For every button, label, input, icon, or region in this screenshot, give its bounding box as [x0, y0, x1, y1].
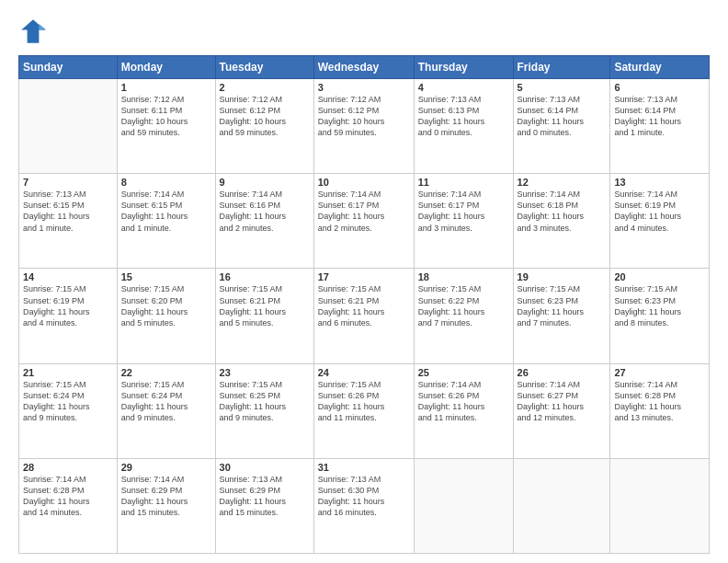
day-number: 23 — [220, 367, 310, 378]
day-cell: 6Sunrise: 7:13 AM Sunset: 6:14 PM Daylig… — [610, 79, 710, 174]
day-info: Sunrise: 7:14 AM Sunset: 6:16 PM Dayligh… — [220, 189, 310, 234]
day-number: 16 — [220, 271, 310, 282]
day-info: Sunrise: 7:15 AM Sunset: 6:25 PM Dayligh… — [220, 379, 310, 424]
day-cell: 2Sunrise: 7:12 AM Sunset: 6:12 PM Daylig… — [215, 79, 313, 174]
day-number: 6 — [614, 82, 705, 93]
page: SundayMondayTuesdayWednesdayThursdayFrid… — [0, 0, 728, 563]
day-info: Sunrise: 7:14 AM Sunset: 6:17 PM Dayligh… — [318, 189, 410, 234]
day-cell: 16Sunrise: 7:15 AM Sunset: 6:21 PM Dayli… — [215, 269, 313, 363]
day-info: Sunrise: 7:12 AM Sunset: 6:12 PM Dayligh… — [220, 94, 310, 139]
day-number: 20 — [614, 271, 705, 282]
day-number: 13 — [614, 177, 705, 188]
day-info: Sunrise: 7:13 AM Sunset: 6:14 PM Dayligh… — [518, 94, 607, 139]
day-info: Sunrise: 7:14 AM Sunset: 6:15 PM Dayligh… — [121, 189, 211, 234]
svg-marker-1 — [39, 24, 46, 29]
day-cell — [610, 458, 710, 553]
day-info: Sunrise: 7:14 AM Sunset: 6:28 PM Dayligh… — [23, 474, 113, 519]
logo-icon — [18, 17, 48, 46]
day-cell: 14Sunrise: 7:15 AM Sunset: 6:19 PM Dayli… — [19, 269, 118, 363]
day-info: Sunrise: 7:15 AM Sunset: 6:24 PM Dayligh… — [121, 379, 211, 424]
day-cell: 4Sunrise: 7:13 AM Sunset: 6:13 PM Daylig… — [414, 79, 513, 174]
day-cell: 8Sunrise: 7:14 AM Sunset: 6:15 PM Daylig… — [117, 174, 215, 269]
day-cell: 28Sunrise: 7:14 AM Sunset: 6:28 PM Dayli… — [19, 458, 118, 553]
day-number: 11 — [418, 177, 509, 188]
day-number: 19 — [518, 271, 607, 282]
svg-marker-0 — [21, 19, 45, 43]
header-monday: Monday — [117, 56, 215, 79]
day-info: Sunrise: 7:13 AM Sunset: 6:29 PM Dayligh… — [220, 474, 310, 519]
day-info: Sunrise: 7:15 AM Sunset: 6:23 PM Dayligh… — [614, 283, 705, 328]
calendar-header-row: SundayMondayTuesdayWednesdayThursdayFrid… — [19, 56, 710, 79]
week-row-1: 1Sunrise: 7:12 AM Sunset: 6:11 PM Daylig… — [19, 79, 710, 174]
day-cell: 31Sunrise: 7:13 AM Sunset: 6:30 PM Dayli… — [313, 458, 414, 553]
logo — [18, 17, 51, 46]
day-number: 10 — [318, 177, 410, 188]
header-sunday: Sunday — [19, 56, 118, 79]
day-number: 14 — [23, 271, 113, 282]
day-number: 29 — [121, 462, 211, 473]
day-number: 12 — [518, 177, 607, 188]
day-cell — [414, 458, 513, 553]
day-info: Sunrise: 7:14 AM Sunset: 6:27 PM Dayligh… — [518, 379, 607, 424]
day-cell: 13Sunrise: 7:14 AM Sunset: 6:19 PM Dayli… — [610, 174, 710, 269]
calendar: SundayMondayTuesdayWednesdayThursdayFrid… — [18, 55, 710, 554]
day-cell: 12Sunrise: 7:14 AM Sunset: 6:18 PM Dayli… — [513, 174, 610, 269]
day-number: 7 — [23, 177, 113, 188]
day-cell: 22Sunrise: 7:15 AM Sunset: 6:24 PM Dayli… — [117, 363, 215, 458]
day-number: 17 — [318, 271, 410, 282]
day-info: Sunrise: 7:14 AM Sunset: 6:19 PM Dayligh… — [614, 189, 705, 234]
day-cell: 18Sunrise: 7:15 AM Sunset: 6:22 PM Dayli… — [414, 269, 513, 363]
day-cell: 17Sunrise: 7:15 AM Sunset: 6:21 PM Dayli… — [313, 269, 414, 363]
day-cell: 19Sunrise: 7:15 AM Sunset: 6:23 PM Dayli… — [513, 269, 610, 363]
header — [18, 17, 710, 46]
header-wednesday: Wednesday — [313, 56, 414, 79]
header-friday: Friday — [513, 56, 610, 79]
day-info: Sunrise: 7:12 AM Sunset: 6:12 PM Dayligh… — [318, 94, 410, 139]
day-number: 28 — [23, 462, 113, 473]
day-number: 8 — [121, 177, 211, 188]
day-info: Sunrise: 7:14 AM Sunset: 6:17 PM Dayligh… — [418, 189, 509, 234]
day-info: Sunrise: 7:15 AM Sunset: 6:21 PM Dayligh… — [220, 283, 310, 328]
day-cell — [19, 79, 118, 174]
day-info: Sunrise: 7:13 AM Sunset: 6:13 PM Dayligh… — [418, 94, 509, 139]
header-saturday: Saturday — [610, 56, 710, 79]
day-cell: 30Sunrise: 7:13 AM Sunset: 6:29 PM Dayli… — [215, 458, 313, 553]
day-info: Sunrise: 7:15 AM Sunset: 6:26 PM Dayligh… — [318, 379, 410, 424]
day-number: 24 — [318, 367, 410, 378]
day-number: 21 — [23, 367, 113, 378]
week-row-2: 7Sunrise: 7:13 AM Sunset: 6:15 PM Daylig… — [19, 174, 710, 269]
day-info: Sunrise: 7:13 AM Sunset: 6:30 PM Dayligh… — [318, 474, 410, 519]
day-info: Sunrise: 7:12 AM Sunset: 6:11 PM Dayligh… — [121, 94, 211, 139]
day-cell: 26Sunrise: 7:14 AM Sunset: 6:27 PM Dayli… — [513, 363, 610, 458]
day-cell: 29Sunrise: 7:14 AM Sunset: 6:29 PM Dayli… — [117, 458, 215, 553]
week-row-3: 14Sunrise: 7:15 AM Sunset: 6:19 PM Dayli… — [19, 269, 710, 363]
day-number: 2 — [220, 82, 310, 93]
day-info: Sunrise: 7:14 AM Sunset: 6:18 PM Dayligh… — [518, 189, 607, 234]
day-number: 1 — [121, 82, 211, 93]
day-info: Sunrise: 7:15 AM Sunset: 6:21 PM Dayligh… — [318, 283, 410, 328]
day-cell: 3Sunrise: 7:12 AM Sunset: 6:12 PM Daylig… — [313, 79, 414, 174]
day-number: 4 — [418, 82, 509, 93]
day-info: Sunrise: 7:15 AM Sunset: 6:23 PM Dayligh… — [518, 283, 607, 328]
day-info: Sunrise: 7:15 AM Sunset: 6:19 PM Dayligh… — [23, 283, 113, 328]
day-cell: 24Sunrise: 7:15 AM Sunset: 6:26 PM Dayli… — [313, 363, 414, 458]
header-tuesday: Tuesday — [215, 56, 313, 79]
day-cell: 9Sunrise: 7:14 AM Sunset: 6:16 PM Daylig… — [215, 174, 313, 269]
day-number: 5 — [518, 82, 607, 93]
day-cell: 1Sunrise: 7:12 AM Sunset: 6:11 PM Daylig… — [117, 79, 215, 174]
day-cell: 27Sunrise: 7:14 AM Sunset: 6:28 PM Dayli… — [610, 363, 710, 458]
day-number: 25 — [418, 367, 509, 378]
day-cell: 11Sunrise: 7:14 AM Sunset: 6:17 PM Dayli… — [414, 174, 513, 269]
day-number: 15 — [121, 271, 211, 282]
day-cell: 23Sunrise: 7:15 AM Sunset: 6:25 PM Dayli… — [215, 363, 313, 458]
day-cell: 10Sunrise: 7:14 AM Sunset: 6:17 PM Dayli… — [313, 174, 414, 269]
day-number: 22 — [121, 367, 211, 378]
week-row-4: 21Sunrise: 7:15 AM Sunset: 6:24 PM Dayli… — [19, 363, 710, 458]
day-info: Sunrise: 7:14 AM Sunset: 6:26 PM Dayligh… — [418, 379, 509, 424]
day-cell — [513, 458, 610, 553]
day-cell: 20Sunrise: 7:15 AM Sunset: 6:23 PM Dayli… — [610, 269, 710, 363]
day-info: Sunrise: 7:13 AM Sunset: 6:14 PM Dayligh… — [614, 94, 705, 139]
day-cell: 21Sunrise: 7:15 AM Sunset: 6:24 PM Dayli… — [19, 363, 118, 458]
day-number: 31 — [318, 462, 410, 473]
day-number: 30 — [220, 462, 310, 473]
